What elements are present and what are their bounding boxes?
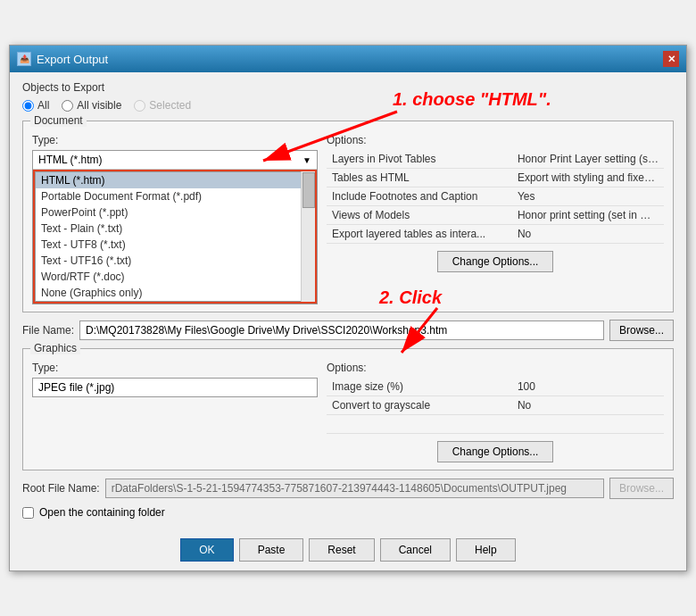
export-options-group: All All visible Selected <box>22 99 674 112</box>
table-row: Export layered tables as intera... No <box>327 225 664 244</box>
file-name-input[interactable] <box>79 320 604 340</box>
graphics-group: Graphics Type: JPEG file (*.jpg) <box>22 348 674 470</box>
graphics-group-title: Graphics <box>30 342 80 354</box>
gfx-change-options-button[interactable]: Change Options... <box>437 441 554 462</box>
file-name-row: File Name: Browse... <box>22 320 674 341</box>
dropdown-scrollbar[interactable] <box>301 171 315 302</box>
selected-type-display: HTML (*.htm) <box>38 154 302 166</box>
paste-button[interactable]: Paste <box>239 538 304 562</box>
gfx-options-table: Image size (%) 100 Convert to grayscale … <box>327 378 664 434</box>
doc-change-options-button[interactable]: Change Options... <box>437 251 554 272</box>
root-file-name-row: Root File Name: Browse... <box>22 478 674 499</box>
gfx-options-label: Options: <box>327 362 664 374</box>
radio-all[interactable]: All <box>22 99 49 112</box>
cancel-button[interactable]: Cancel <box>380 538 451 562</box>
table-row: Views of Models Honor print setting (set… <box>327 206 664 225</box>
gfx-type-label: Type: <box>32 362 318 374</box>
dropdown-item-none[interactable]: None (Graphics only) <box>36 285 314 301</box>
radio-all-visible[interactable]: All visible <box>62 99 121 112</box>
table-row: Layers in Pivot Tables Honor Print Layer… <box>327 150 664 169</box>
reset-button[interactable]: Reset <box>309 538 374 562</box>
doc-type-label: Type: <box>32 134 318 146</box>
bottom-button-bar: OK Paste Reset Cancel Help <box>22 531 674 562</box>
ok-button[interactable]: OK <box>180 538 233 562</box>
dropdown-item-html[interactable]: HTML (*.htm) <box>36 172 314 188</box>
open-folder-row: Open the containing folder <box>22 506 674 519</box>
dropdown-item-ppt[interactable]: PowerPoint (*.ppt) <box>36 204 314 221</box>
table-row: Image size (%) 100 <box>327 378 664 396</box>
window-icon: 📤 <box>17 52 31 66</box>
dropdown-item-utf8[interactable]: Text - UTF8 (*.txt) <box>36 237 314 253</box>
dropdown-item-txt-plain[interactable]: Text - Plain (*.txt) <box>36 221 314 237</box>
table-row: Convert to grayscale No <box>327 396 664 415</box>
dropdown-arrow-icon[interactable]: ▼ <box>302 155 311 165</box>
browse-button[interactable]: Browse... <box>609 320 674 341</box>
radio-selected: Selected <box>134 99 191 112</box>
window-title: Export Output <box>37 53 108 66</box>
objects-to-export-label: Objects to Export <box>22 81 674 94</box>
table-row <box>327 415 664 434</box>
open-folder-label: Open the containing folder <box>39 506 165 519</box>
help-button[interactable]: Help <box>456 538 516 562</box>
file-name-label: File Name: <box>22 324 74 337</box>
title-bar: 📤 Export Output ✕ <box>10 46 686 72</box>
doc-options-table: Layers in Pivot Tables Honor Print Layer… <box>327 150 664 244</box>
root-file-name-label: Root File Name: <box>22 482 100 495</box>
table-row: Include Footnotes and Caption Yes <box>327 187 664 206</box>
root-file-name-input <box>105 479 604 498</box>
dropdown-item-utf16[interactable]: Text - UTF16 (*.txt) <box>36 253 314 269</box>
dropdown-item-word[interactable]: Word/RTF (*.doc) <box>36 269 314 285</box>
dropdown-item-pdf[interactable]: Portable Document Format (*.pdf) <box>36 188 314 204</box>
graphics-type-select[interactable]: JPEG file (*.jpg) <box>32 378 318 397</box>
document-group: Document Type: HTML (*.htm) ▼ <box>22 121 674 312</box>
gfx-browse-button: Browse... <box>609 478 674 499</box>
table-row: Tables as HTML Export with styling and f… <box>327 169 664 187</box>
scrollbar-thumb[interactable] <box>302 172 315 208</box>
type-dropdown-list[interactable]: HTML (*.htm) Portable Document Format (*… <box>33 170 317 304</box>
close-button[interactable]: ✕ <box>663 51 679 67</box>
doc-options-label: Options: <box>327 134 664 146</box>
document-group-title: Document <box>30 114 87 127</box>
open-folder-checkbox[interactable] <box>22 507 34 519</box>
